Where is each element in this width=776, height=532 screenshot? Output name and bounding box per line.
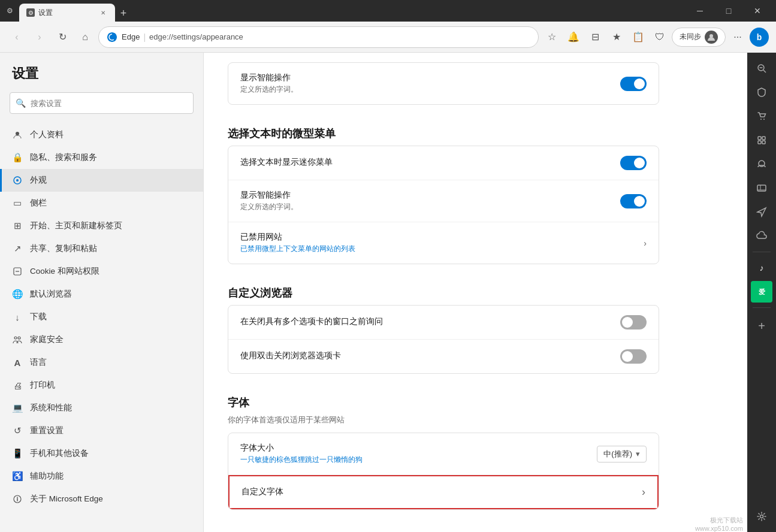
sidebar-item-appearance[interactable]: 外观	[0, 169, 203, 192]
mini-menu-row-1: 选择文本时显示迷你菜单	[228, 146, 659, 180]
sidebar-item-family[interactable]: 家庭安全	[0, 328, 203, 351]
download-sidebar-icon[interactable]	[751, 153, 772, 175]
sidebar-title: 设置	[0, 65, 203, 92]
bing-icon[interactable]: b	[750, 28, 769, 47]
send-icon[interactable]	[751, 201, 772, 223]
minimize-button[interactable]: ─	[686, 0, 714, 22]
iqiyi-icon[interactable]: 爱	[751, 281, 772, 303]
sidebar-item-privacy[interactable]: 🔒 隐私、搜索和服务	[0, 146, 203, 169]
font-card: 字体大小 一只敏捷的棕色狐狸跳过一只懒惰的狗 中(推荐) ▾ 自定义字体 ›	[228, 433, 659, 510]
about-nav-icon	[12, 494, 23, 504]
sidebar-divider-2	[753, 307, 771, 308]
sidebar-item-system[interactable]: 💻 系统和性能	[0, 397, 203, 419]
search-icon: 🔍	[16, 98, 26, 108]
forward-button[interactable]: ›	[30, 28, 49, 47]
right-sidebar: ♪ 爱 +	[747, 53, 776, 532]
double-click-toggle[interactable]	[620, 349, 647, 364]
sidebar-item-reset[interactable]: ↺ 重置设置	[0, 419, 203, 442]
maximize-button[interactable]: □	[715, 0, 742, 22]
font-size-desc: 一只敏捷的棕色狐狸跳过一只懒惰的狗	[240, 455, 597, 465]
disabled-sites-row[interactable]: 已禁用网站 已禁用微型上下文菜单的网站的列表 ›	[228, 222, 659, 264]
zoom-in-icon[interactable]	[751, 58, 772, 79]
custom-font-label: 自定义字体	[241, 486, 642, 497]
sidebar-item-about[interactable]: 关于 Microsoft Edge	[0, 488, 203, 510]
sidebar-item-label: 打印机	[30, 380, 55, 391]
font-section-title: 字体	[228, 383, 659, 415]
new-tab-button[interactable]: +	[115, 5, 132, 22]
close-tabs-info: 在关闭具有多个选项卡的窗口之前询问	[240, 316, 620, 328]
content-inner: 显示智能操作 定义所选的字词。 选择文本时的微型菜单 选择文本时显示迷你菜单	[204, 62, 683, 532]
home-button[interactable]: ⌂	[76, 28, 95, 47]
sidebar-item-label: 隐私、搜索和服务	[30, 152, 97, 163]
settings-sidebar-icon[interactable]	[751, 506, 772, 527]
sidebar-item-downloads[interactable]: ↓ 下载	[0, 306, 203, 328]
sidebar-item-language[interactable]: A 语言	[0, 351, 203, 374]
back-button[interactable]: ‹	[7, 28, 26, 47]
smart-actions-top-toggle[interactable]	[620, 77, 647, 91]
disabled-sites-link[interactable]: 已禁用微型上下文菜单的网站的列表	[240, 244, 355, 253]
tiktok-icon[interactable]: ♪	[751, 257, 772, 279]
mini-menu-desc-2: 定义所选的字词。	[240, 202, 620, 212]
split-screen-icon[interactable]: ⊟	[585, 28, 605, 47]
font-size-row: 字体大小 一只敏捷的棕色狐狸跳过一只懒惰的狗 中(推荐) ▾	[228, 433, 659, 475]
settings-tab[interactable]: ⚙ 设置 ✕	[19, 4, 115, 22]
font-size-info: 字体大小 一只敏捷的棕色狐狸跳过一只懒惰的狗	[240, 443, 597, 465]
sidebar-item-share[interactable]: ↗ 共享、复制和粘贴	[0, 237, 203, 260]
sidebar-item-default[interactable]: 🌐 默认浏览器	[0, 283, 203, 306]
sidebar-item-printing[interactable]: 🖨 打印机	[0, 374, 203, 397]
system-nav-icon: 💻	[12, 403, 23, 413]
chevron-icon: ›	[644, 238, 647, 248]
sidebar-item-sidebar[interactable]: ▭ 侧栏	[0, 192, 203, 214]
sidebar-item-cookies[interactable]: Cookie 和网站权限	[0, 260, 203, 283]
reset-nav-icon: ↺	[12, 425, 23, 436]
double-click-info: 使用双击关闭浏览器选项卡	[240, 350, 620, 362]
custom-font-chevron-icon: ›	[642, 486, 645, 498]
star-icon[interactable]: ☆	[542, 28, 561, 47]
tab-close-button[interactable]: ✕	[98, 8, 108, 17]
svg-rect-14	[758, 137, 761, 140]
sidebar-item-profile[interactable]: 个人资料	[0, 123, 203, 146]
address-edge-label: Edge	[122, 32, 140, 41]
browser-essentials-icon[interactable]: 🛡	[650, 28, 669, 47]
more-tools-button[interactable]: ···	[728, 28, 747, 47]
sidebar-item-accessibility[interactable]: ♿ 辅助功能	[0, 465, 203, 488]
sidebar-item-label: 系统和性能	[30, 403, 72, 413]
svg-point-7	[18, 337, 20, 339]
shield-sidebar-icon[interactable]	[751, 81, 772, 103]
close-tabs-toggle[interactable]	[620, 315, 647, 330]
sidebar-item-label: 开始、主页和新建标签页	[30, 220, 122, 231]
sidebar-item-label: 外观	[30, 175, 47, 186]
mini-menu-toggle-2[interactable]	[620, 194, 647, 208]
search-input[interactable]	[10, 92, 194, 114]
mini-menu-row-2: 显示智能操作 定义所选的字词。	[228, 180, 659, 222]
sidebar-item-label: Cookie 和网站权限	[30, 266, 99, 277]
mini-menu-toggle-1[interactable]	[620, 156, 647, 170]
collections-sidebar-icon[interactable]	[751, 129, 772, 151]
profile-button[interactable]: 未同步	[672, 28, 726, 47]
svg-point-12	[760, 119, 762, 120]
start-nav-icon: ⊞	[12, 220, 23, 231]
font-size-select[interactable]: 中(推荐) ▾	[597, 446, 647, 463]
add-sidebar-icon[interactable]: +	[751, 315, 772, 337]
sidebar-item-label: 家庭安全	[30, 334, 64, 345]
close-button[interactable]: ✕	[744, 0, 771, 22]
shopping-icon[interactable]	[751, 105, 772, 127]
refresh-button[interactable]: ↻	[53, 28, 72, 47]
sidebar-item-mobile[interactable]: 📱 手机和其他设备	[0, 442, 203, 465]
settings-content: 显示智能操作 定义所选的字词。 选择文本时的微型菜单 选择文本时显示迷你菜单	[204, 53, 747, 532]
address-bar[interactable]: Edge | edge://settings/appearance	[98, 26, 539, 48]
svg-line-10	[763, 70, 766, 72]
toggle-thumb	[634, 158, 645, 168]
accessibility-nav-icon: ♿	[12, 471, 23, 482]
cloud-icon[interactable]	[751, 225, 772, 247]
collections-icon[interactable]: 🔔	[564, 28, 583, 47]
font-size-label: 字体大小	[240, 443, 597, 454]
downloads-nav-icon: ↓	[12, 312, 23, 322]
reading-list-icon[interactable]: 📋	[629, 28, 648, 47]
image-sidebar-icon[interactable]	[751, 177, 772, 199]
settings-sidebar: 设置 🔍 个人资料 🔒 隐私、搜索和服务 外观 ▭ 侧栏 ⊞ 开始、主	[0, 53, 204, 532]
custom-font-row[interactable]: 自定义字体 ›	[228, 475, 659, 509]
sidebar-item-start[interactable]: ⊞ 开始、主页和新建标签页	[0, 214, 203, 237]
favorites-icon[interactable]: ★	[607, 28, 626, 47]
disabled-sites-info: 已禁用网站 已禁用微型上下文菜单的网站的列表	[240, 232, 644, 254]
